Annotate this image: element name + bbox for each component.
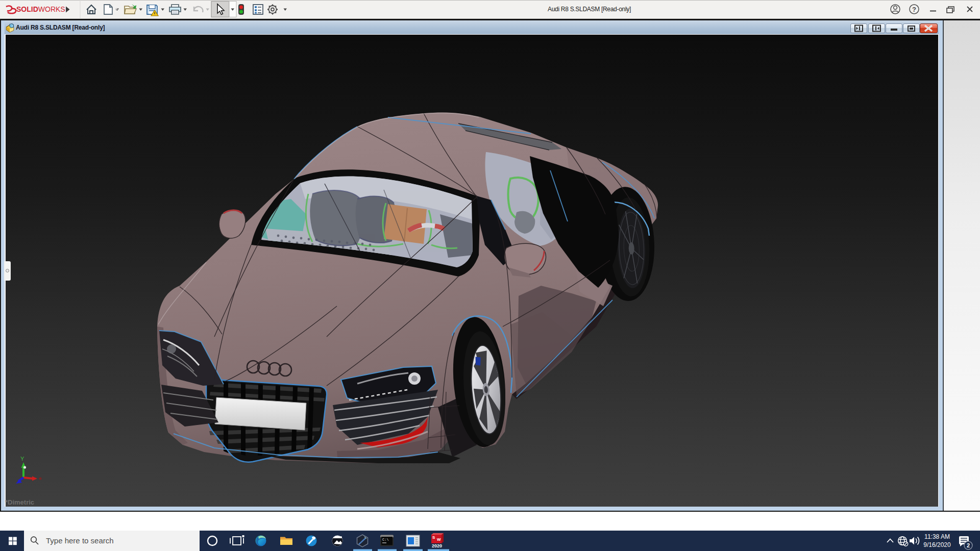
svg-text:2020: 2020 bbox=[432, 543, 442, 548]
svg-text:?: ? bbox=[912, 6, 916, 13]
svg-text:C:\: C:\ bbox=[382, 538, 389, 542]
svg-text:SOLIDWORKS: SOLIDWORKS bbox=[16, 5, 65, 13]
svg-text:2: 2 bbox=[967, 542, 970, 548]
svg-text:Y: Y bbox=[20, 456, 24, 462]
svg-text:S: S bbox=[432, 535, 435, 540]
svg-text:W: W bbox=[437, 537, 441, 542]
